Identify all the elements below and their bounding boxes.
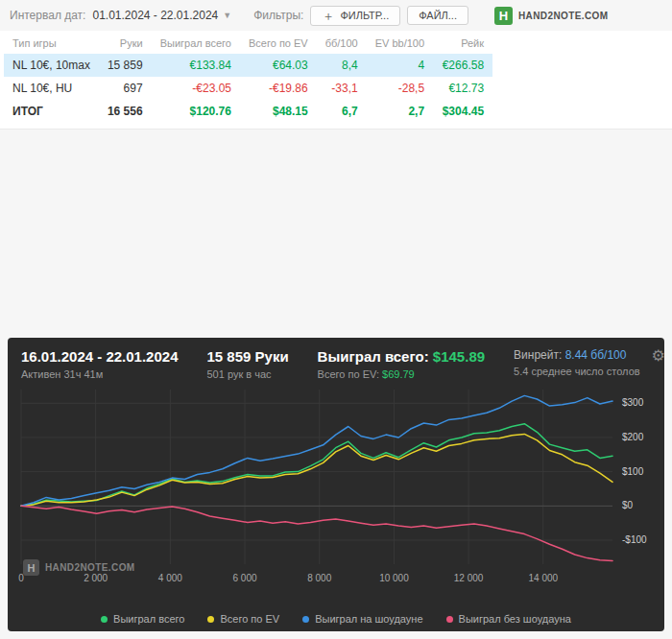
- chevron-down-icon: ▼: [223, 11, 231, 20]
- cell-rake: €12.73: [433, 77, 492, 100]
- winrate-block: Винрейт: 8.44 бб/100 5.4 среднее число с…: [514, 348, 640, 377]
- legend-item-won-total[interactable]: Выиграл всего: [101, 613, 184, 625]
- column-header-rake[interactable]: Рейк: [433, 33, 492, 54]
- legend-item-nonshowdown[interactable]: Выиграл без шоудауна: [446, 613, 571, 625]
- session-date-range: 16.01.2024 - 22.01.2024: [21, 348, 178, 365]
- cell-won-total: -€23.05: [152, 77, 240, 100]
- toolbar: Интервал дат: 01.01.2024 - 22.01.2024 ▼ …: [0, 0, 672, 31]
- cell-won-total: €133.84: [152, 54, 240, 77]
- column-header-hands[interactable]: Руки: [99, 33, 152, 54]
- session-dates-block: 16.01.2024 - 22.01.2024 Активен 31ч 41м: [21, 348, 178, 380]
- cell-ev-bb100: -28,5: [367, 77, 433, 100]
- date-range-value: 01.01.2024 - 22.01.2024: [92, 9, 218, 22]
- file-button-label: ФАЙЛ...: [419, 10, 457, 21]
- table-row[interactable]: NL 10€, HU 697 -€23.05 -€19.86 -33,1 -28…: [4, 77, 492, 100]
- date-range-picker[interactable]: 01.01.2024 - 22.01.2024 ▼: [92, 9, 231, 22]
- table-row-total[interactable]: ИТОГ 16 556 $120.76 $48.15 6,7 2,7 $304.…: [4, 100, 492, 123]
- svg-text:8 000: 8 000: [307, 573, 331, 583]
- cell-ev-total: €64.03: [240, 54, 317, 77]
- report-table-wrap: Тип игры Руки Выиграл всего Всего по EV …: [0, 31, 672, 130]
- column-header-ev-bb100[interactable]: EV bb/100: [367, 33, 433, 54]
- chart-watermark: H HAND2NOTE.COM: [23, 559, 135, 576]
- cell-hands: 15 859: [99, 54, 152, 77]
- file-button[interactable]: ФАЙЛ...: [407, 6, 468, 25]
- date-interval-label: Интервал дат:: [10, 9, 85, 22]
- hand2note-logo-icon: H: [494, 7, 513, 25]
- legend-dot-green: [101, 616, 108, 623]
- session-active-time: Активен 31ч 41м: [21, 368, 178, 380]
- column-header-ev-total[interactable]: Всего по EV: [240, 33, 317, 54]
- table-row[interactable]: NL 10€, 10max 15 859 €133.84 €64.03 8,4 …: [4, 54, 492, 77]
- cell-rake: $304.45: [433, 100, 492, 123]
- legend-label: Всего по EV: [220, 613, 279, 625]
- column-header-won-total[interactable]: Выиграл всего: [152, 33, 240, 54]
- session-hands-block: 15 859 Руки 501 рук в час: [206, 348, 288, 380]
- session-winnings-block: Выиграл всего: $145.89 Всего по EV: $69.…: [318, 348, 485, 380]
- ev-total-label: Всего по EV:: [318, 368, 379, 380]
- svg-text:12 000: 12 000: [454, 573, 484, 583]
- won-total-value: $145.89: [433, 348, 485, 365]
- gear-icon[interactable]: ⚙: [652, 348, 665, 364]
- cell-ev-bb100: 4: [367, 54, 433, 77]
- legend-label: Выиграл на шоудауне: [315, 613, 422, 625]
- cell-rake: €266.58: [433, 54, 492, 77]
- session-chart-panel: 16.01.2024 - 22.01.2024 Активен 31ч 41м …: [8, 338, 664, 631]
- hand2note-logo: H HAND2NOTE.COM: [494, 7, 609, 25]
- svg-text:$200: $200: [622, 432, 644, 442]
- cell-bb100: -33,1: [317, 77, 367, 100]
- svg-text:-$100: -$100: [622, 534, 647, 545]
- plus-icon: ＋: [322, 10, 334, 22]
- winrate-value: 8.44 бб/100: [565, 348, 627, 362]
- cell-hands: 16 556: [99, 100, 152, 123]
- cell-bb100: 6,7: [317, 100, 367, 123]
- column-header-game-type[interactable]: Тип игры: [4, 33, 99, 54]
- cell-ev-total: -€19.86: [240, 77, 317, 100]
- cell-bb100: 8,4: [317, 54, 367, 77]
- session-hands-count: 15 859 Руки: [206, 348, 288, 365]
- chart-legend: Выиграл всего Всего по EV Выиграл на шоу…: [8, 613, 664, 625]
- legend-dot-blue: [302, 616, 309, 623]
- legend-item-showdown[interactable]: Выиграл на шоудауне: [302, 613, 422, 625]
- legend-dot-red: [446, 616, 453, 623]
- filters-label: Фильтры:: [253, 9, 303, 22]
- hand2note-watermark-icon: H: [23, 559, 39, 576]
- cell-ev-total: $48.15: [240, 100, 317, 123]
- add-filter-button[interactable]: ＋ ФИЛЬТР...: [310, 6, 400, 26]
- cell-hands: 697: [99, 77, 152, 100]
- cell-game-type: NL 10€, HU: [4, 77, 99, 100]
- cell-game-type: NL 10€, 10max: [4, 54, 99, 77]
- svg-text:$100: $100: [622, 466, 644, 477]
- hand2note-brand-text: HAND2NOTE.COM: [518, 11, 609, 21]
- hand2note-watermark-text: HAND2NOTE.COM: [45, 562, 135, 573]
- report-table: Тип игры Руки Выиграл всего Всего по EV …: [4, 33, 492, 123]
- ev-total-value: $69.79: [382, 368, 415, 380]
- column-header-bb100[interactable]: бб/100: [317, 33, 367, 54]
- cell-game-type: ИТОГ: [4, 100, 99, 123]
- svg-text:6 000: 6 000: [233, 573, 257, 583]
- cell-ev-bb100: 2,7: [367, 100, 433, 123]
- session-hands-per-hour: 501 рук в час: [206, 368, 288, 380]
- svg-text:$0: $0: [622, 500, 634, 510]
- legend-label: Выиграл всего: [113, 613, 184, 625]
- filter-button-label: ФИЛЬТР...: [340, 10, 389, 21]
- winrate-label: Винрейт:: [514, 348, 562, 362]
- svg-text:10 000: 10 000: [379, 573, 409, 583]
- cell-won-total: $120.76: [152, 100, 240, 123]
- legend-label: Выиграл без шоудауна: [459, 613, 571, 625]
- avg-tables-value: 5.4 среднее число столов: [514, 366, 640, 377]
- chart-panel-header: 16.01.2024 - 22.01.2024 Активен 31ч 41м …: [8, 338, 664, 380]
- winnings-chart: 02 0004 0006 0008 00010 00012 00014 000$…: [8, 382, 664, 587]
- legend-dot-yellow: [207, 616, 214, 623]
- won-total-label: Выиграл всего:: [318, 348, 429, 365]
- legend-item-ev-total[interactable]: Всего по EV: [207, 613, 279, 625]
- table-header-row: Тип игры Руки Выиграл всего Всего по EV …: [4, 33, 492, 54]
- svg-text:$300: $300: [622, 397, 644, 408]
- svg-text:14 000: 14 000: [528, 573, 558, 583]
- svg-text:4 000: 4 000: [158, 573, 182, 583]
